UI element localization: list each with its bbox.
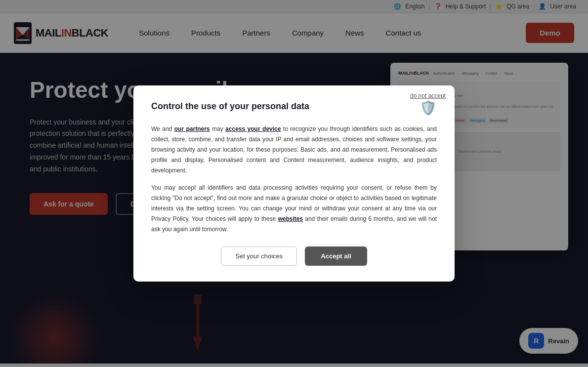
- modal-para1: We and our partners may access your devi…: [151, 124, 437, 176]
- modal-overlay[interactable]: Control the use of your personal data 🛡️…: [0, 0, 588, 367]
- modal-title: Control the use of your personal data: [151, 101, 309, 112]
- modal-buttons: Set your choices Accept all: [151, 246, 437, 266]
- shield-modal-icon: 🛡️: [420, 101, 437, 115]
- accept-all-button[interactable]: Accept all: [305, 246, 367, 266]
- do-not-accept-button[interactable]: do not accept: [410, 92, 446, 99]
- modal-top: Control the use of your personal data 🛡️: [151, 101, 437, 115]
- modal-body: We and our partners may access your devi…: [151, 124, 437, 235]
- websites-link[interactable]: websites: [278, 215, 303, 222]
- set-choices-button[interactable]: Set your choices: [221, 246, 297, 266]
- consent-modal: Control the use of your personal data 🛡️…: [133, 85, 455, 282]
- our-partners-link[interactable]: our partners: [174, 125, 210, 132]
- modal-para2: You may accept all identifiers and data …: [151, 183, 437, 235]
- access-device-link[interactable]: access your device: [225, 125, 281, 132]
